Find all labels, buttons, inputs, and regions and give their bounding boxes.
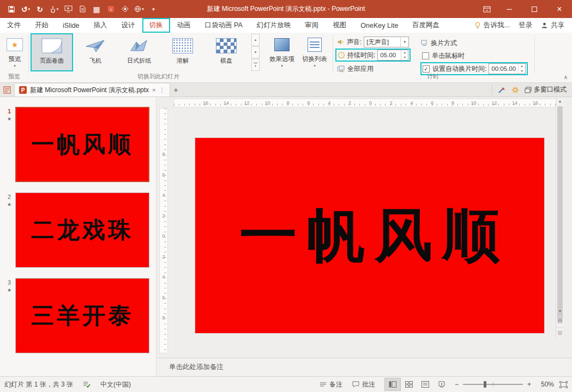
duration-row: 持续时间: 05.00 ▴▾ xyxy=(336,49,410,61)
touch-mode-icon[interactable]: ▾ xyxy=(47,2,61,16)
collapse-ribbon-icon[interactable]: ∧ xyxy=(564,74,568,80)
gear-icon[interactable] xyxy=(511,86,519,94)
transition-item[interactable]: 棋盘 xyxy=(206,34,247,71)
sound-combobox[interactable]: [无声音] ▾ xyxy=(364,37,409,47)
slide-thumbnail-row-2[interactable]: 2★二龙戏珠 xyxy=(3,192,156,268)
tell-me-button[interactable]: 告诉我... xyxy=(474,21,510,30)
ribbon-tab-百度网盘[interactable]: 百度网盘 xyxy=(405,18,447,33)
slide-text[interactable]: 一帆风顺 xyxy=(230,197,510,275)
zoom-out-button[interactable]: − xyxy=(455,381,459,388)
ribbon-tab-视图[interactable]: 视图 xyxy=(326,18,353,33)
transition-item[interactable]: 日式折纸 xyxy=(118,34,160,71)
gallery-scroll-down-icon[interactable]: ▾ xyxy=(251,46,260,58)
ribbon-tab-动画[interactable]: 动画 xyxy=(170,18,198,33)
on-click-checkbox-row[interactable]: 单击鼠标时 xyxy=(422,50,465,62)
divider xyxy=(492,85,492,95)
group-label-preview: 预览 xyxy=(8,73,20,81)
ribbon-tab-切换[interactable]: 切换 xyxy=(142,18,170,33)
ribbon-tab-文件[interactable]: 文件 xyxy=(0,18,28,33)
gallery-scroll-up-icon[interactable]: ▴ xyxy=(251,34,260,46)
normal-view-button[interactable] xyxy=(385,378,400,390)
transition-item[interactable]: 溶解 xyxy=(162,34,203,71)
spinner[interactable]: ▴▾ xyxy=(518,64,525,74)
tab-menu-icon[interactable]: ⋮ xyxy=(159,87,165,94)
slide-thumbnail-row-3[interactable]: 3★三羊开泰 xyxy=(3,278,156,353)
slide-thumbnail-row-1[interactable]: 1★一帆风顺 xyxy=(3,107,156,182)
pocket-anim-plugin-icon[interactable] xyxy=(118,2,132,16)
ribbon-tab-审阅[interactable]: 审阅 xyxy=(298,18,326,33)
document-icon[interactable] xyxy=(75,2,89,16)
preview-button[interactable]: ★ 预览 ▾ xyxy=(2,34,27,73)
notes-toggle-button[interactable]: 备注 xyxy=(320,380,342,389)
slide-thumbnail[interactable]: 二龙戏珠 xyxy=(15,192,149,268)
network-share-icon[interactable]: ▾ xyxy=(132,2,146,16)
slide-canvas[interactable]: 一帆风顺 xyxy=(195,138,544,333)
minimize-button[interactable]: ─ xyxy=(497,0,522,18)
reading-view-button[interactable] xyxy=(418,378,433,390)
plugin-tools-icon[interactable] xyxy=(498,86,506,94)
slide-thumbnail[interactable]: 三羊开泰 xyxy=(15,278,149,353)
hruler-number: 10 xyxy=(264,100,270,106)
on-click-checkbox[interactable] xyxy=(422,52,429,59)
auto-advance-checkbox[interactable]: ✓ xyxy=(423,65,430,73)
duration-spinbox[interactable]: 05.00 ▴▾ xyxy=(377,50,408,61)
fit-to-window-icon[interactable] xyxy=(559,381,568,388)
zoom-percentage[interactable]: 50% xyxy=(537,381,554,388)
document-tab[interactable]: P 新建 Microsoft PowerPoint 演示文稿.pptx × ⋮ xyxy=(14,83,170,97)
quick-access-toolbar: ↺▾ ↻ ▾ ▦ i ▾ ▾ xyxy=(0,2,160,16)
transition-item[interactable]: 页面卷曲 xyxy=(31,34,73,71)
zoom-slider[interactable] xyxy=(463,384,523,385)
undo-icon[interactable]: ↺▾ xyxy=(19,2,33,16)
redo-icon[interactable]: ↻ xyxy=(33,2,47,16)
multi-window-mode-button[interactable]: 多窗口模式 xyxy=(525,85,567,94)
save-icon[interactable] xyxy=(4,2,19,16)
slide-editor: 1614121086420246810121416 864202468 一帆风顺… xyxy=(157,97,564,357)
auto-advance-spinbox[interactable]: 00:05.00 ▴▾ xyxy=(489,63,526,74)
effect-options-button[interactable]: 效果选项 ▾ xyxy=(266,34,298,73)
zoom-in-button[interactable]: + xyxy=(527,381,531,388)
next-slide-button[interactable] xyxy=(556,327,564,338)
table-grid-icon[interactable]: ▦ xyxy=(89,2,104,16)
slide-sorter-view-button[interactable] xyxy=(401,378,417,390)
ribbon-tab-OneKey Lite[interactable]: OneKey Lite xyxy=(353,18,405,33)
dissolve-icon xyxy=(171,37,195,55)
combobox-dropdown-icon[interactable]: ▾ xyxy=(400,37,408,47)
ribbon-tab-设计[interactable]: 设计 xyxy=(115,18,142,33)
close-button[interactable]: × xyxy=(547,0,572,18)
ribbon-display-options-icon[interactable] xyxy=(477,0,497,18)
transition-list-button[interactable]: 切换列表 ▾ xyxy=(299,34,330,73)
notes-pane[interactable]: 单击此处添加备注 xyxy=(157,358,572,376)
ribbon-tab-口袋动画 PA[interactable]: 口袋动画 PA xyxy=(198,18,250,33)
ribbon-tab-iSlide[interactable]: iSlide xyxy=(56,18,87,33)
apply-all-button[interactable]: 全部应用 xyxy=(337,63,374,75)
ribbon-tab-开始[interactable]: 开始 xyxy=(28,18,56,33)
sign-in-button[interactable]: 登录 xyxy=(519,21,532,30)
sign-in-label: 登录 xyxy=(519,21,532,30)
gallery-expand-icon[interactable]: ▾ xyxy=(251,59,260,71)
scroll-up-icon[interactable]: ▲ xyxy=(556,97,564,105)
vertical-scrollbar[interactable]: ▲ ▼ xyxy=(556,97,564,338)
spell-check-icon[interactable] xyxy=(83,381,91,388)
hruler-number: 0 xyxy=(369,100,372,106)
islide-plugin-icon[interactable]: i xyxy=(104,2,118,16)
zoom-slider-thumb[interactable] xyxy=(484,381,486,388)
slide-thumbnail[interactable]: 一帆风顺 xyxy=(15,107,149,182)
spinner[interactable]: ▴▾ xyxy=(401,50,408,60)
start-slideshow-icon[interactable] xyxy=(61,2,75,16)
share-button[interactable]: 共享 xyxy=(541,21,564,30)
comments-toggle-label: 批注 xyxy=(362,380,375,389)
transition-item[interactable]: 飞机 xyxy=(75,34,116,71)
outline-pane-icon[interactable] xyxy=(0,86,14,94)
scroll-down-icon[interactable]: ▼ xyxy=(556,307,564,315)
customize-quick-access-icon[interactable]: ▾ xyxy=(146,2,160,16)
new-tab-button[interactable]: + xyxy=(170,86,182,94)
language-indicator[interactable]: 中文(中国) xyxy=(100,380,131,389)
close-tab-icon[interactable]: × xyxy=(152,87,155,93)
ribbon-tab-幻灯片放映[interactable]: 幻灯片放映 xyxy=(250,18,298,33)
slideshow-view-button[interactable] xyxy=(434,378,449,390)
ribbon-tab-插入[interactable]: 插入 xyxy=(87,18,115,33)
scrollbar-thumb[interactable] xyxy=(557,106,563,322)
maximize-button[interactable] xyxy=(522,0,547,18)
comments-toggle-button[interactable]: 批注 xyxy=(352,380,375,389)
previous-slide-button[interactable] xyxy=(556,316,564,327)
